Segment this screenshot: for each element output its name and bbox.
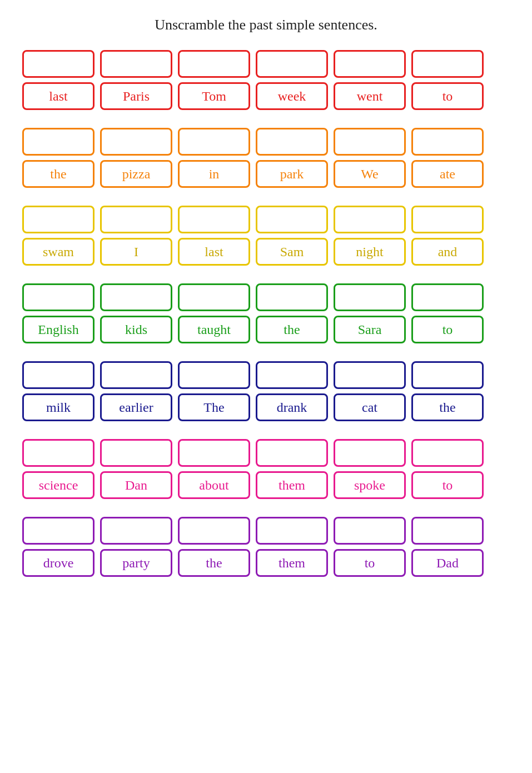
word-tile-7-2[interactable]: party: [100, 549, 172, 577]
page-title: Unscramble the past simple sentences.: [22, 17, 510, 33]
word-row-4: EnglishkidstaughttheSarato: [22, 316, 510, 343]
answer-row-2: [22, 128, 510, 156]
word-row-2: thepizzainparkWeate: [22, 160, 510, 188]
word-tile-7-1[interactable]: drove: [22, 549, 95, 577]
word-tile-3-6[interactable]: and: [411, 238, 484, 266]
word-tile-2-3[interactable]: in: [178, 160, 250, 188]
word-tile-4-6[interactable]: to: [411, 316, 484, 343]
word-tile-3-5[interactable]: night: [334, 238, 406, 266]
answer-box-4-6[interactable]: [411, 283, 484, 311]
answer-box-3-6[interactable]: [411, 206, 484, 233]
word-tile-3-4[interactable]: Sam: [256, 238, 328, 266]
word-tile-3-3[interactable]: last: [178, 238, 250, 266]
answer-box-7-2[interactable]: [100, 517, 172, 545]
word-tile-1-2[interactable]: Paris: [100, 82, 172, 110]
word-tile-2-6[interactable]: ate: [411, 160, 484, 188]
answer-box-3-5[interactable]: [334, 206, 406, 233]
answer-row-6: [22, 439, 510, 467]
sentence-group-7: drovepartythethemtoDad: [22, 517, 510, 577]
word-tile-6-2[interactable]: Dan: [100, 471, 172, 499]
answer-box-2-6[interactable]: [411, 128, 484, 156]
answer-box-5-4[interactable]: [256, 361, 328, 389]
sentence-group-2: thepizzainparkWeate: [22, 128, 510, 188]
answer-box-6-3[interactable]: [178, 439, 250, 467]
answer-row-1: [22, 50, 510, 78]
word-tile-1-5[interactable]: went: [334, 82, 406, 110]
word-row-3: swamIlastSamnightand: [22, 238, 510, 266]
answer-box-2-3[interactable]: [178, 128, 250, 156]
answer-box-2-1[interactable]: [22, 128, 95, 156]
answer-box-7-1[interactable]: [22, 517, 95, 545]
answer-box-4-3[interactable]: [178, 283, 250, 311]
answer-box-5-2[interactable]: [100, 361, 172, 389]
answer-box-2-2[interactable]: [100, 128, 172, 156]
word-tile-6-4[interactable]: them: [256, 471, 328, 499]
word-tile-5-3[interactable]: The: [178, 393, 250, 421]
sentence-group-5: milkearlierThedrankcatthe: [22, 361, 510, 421]
answer-box-2-5[interactable]: [334, 128, 406, 156]
word-tile-6-1[interactable]: science: [22, 471, 95, 499]
answer-box-1-3[interactable]: [178, 50, 250, 78]
answer-box-5-1[interactable]: [22, 361, 95, 389]
answer-box-3-4[interactable]: [256, 206, 328, 233]
word-tile-1-3[interactable]: Tom: [178, 82, 250, 110]
answer-box-5-3[interactable]: [178, 361, 250, 389]
answer-box-1-5[interactable]: [334, 50, 406, 78]
word-tile-2-2[interactable]: pizza: [100, 160, 172, 188]
answer-box-1-2[interactable]: [100, 50, 172, 78]
word-tile-4-5[interactable]: Sara: [334, 316, 406, 343]
sentence-group-4: EnglishkidstaughttheSarato: [22, 283, 510, 343]
word-tile-5-6[interactable]: the: [411, 393, 484, 421]
answer-box-5-5[interactable]: [334, 361, 406, 389]
word-tile-5-4[interactable]: drank: [256, 393, 328, 421]
answer-box-4-5[interactable]: [334, 283, 406, 311]
word-tile-1-1[interactable]: last: [22, 82, 95, 110]
answer-box-7-3[interactable]: [178, 517, 250, 545]
answer-row-3: [22, 206, 510, 233]
answer-box-6-6[interactable]: [411, 439, 484, 467]
word-tile-7-6[interactable]: Dad: [411, 549, 484, 577]
word-tile-4-3[interactable]: taught: [178, 316, 250, 343]
word-tile-4-2[interactable]: kids: [100, 316, 172, 343]
word-tile-1-6[interactable]: to: [411, 82, 484, 110]
answer-box-1-6[interactable]: [411, 50, 484, 78]
answer-box-5-6[interactable]: [411, 361, 484, 389]
word-tile-1-4[interactable]: week: [256, 82, 328, 110]
answer-box-3-2[interactable]: [100, 206, 172, 233]
answer-row-7: [22, 517, 510, 545]
word-tile-4-1[interactable]: English: [22, 316, 95, 343]
word-tile-2-4[interactable]: park: [256, 160, 328, 188]
answer-box-7-4[interactable]: [256, 517, 328, 545]
word-tile-5-1[interactable]: milk: [22, 393, 95, 421]
word-tile-6-3[interactable]: about: [178, 471, 250, 499]
answer-box-4-2[interactable]: [100, 283, 172, 311]
answer-box-7-5[interactable]: [334, 517, 406, 545]
answer-box-6-1[interactable]: [22, 439, 95, 467]
answer-box-1-4[interactable]: [256, 50, 328, 78]
sentence-group-1: lastParisTomweekwentto: [22, 50, 510, 110]
sentence-group-3: swamIlastSamnightand: [22, 206, 510, 266]
word-tile-7-5[interactable]: to: [334, 549, 406, 577]
word-tile-4-4[interactable]: the: [256, 316, 328, 343]
answer-box-3-1[interactable]: [22, 206, 95, 233]
answer-box-1-1[interactable]: [22, 50, 95, 78]
word-tile-7-4[interactable]: them: [256, 549, 328, 577]
answer-box-4-1[interactable]: [22, 283, 95, 311]
answer-box-6-2[interactable]: [100, 439, 172, 467]
word-tile-5-5[interactable]: cat: [334, 393, 406, 421]
answer-box-4-4[interactable]: [256, 283, 328, 311]
word-row-7: drovepartythethemtoDad: [22, 549, 510, 577]
word-tile-2-5[interactable]: We: [334, 160, 406, 188]
word-tile-3-1[interactable]: swam: [22, 238, 95, 266]
word-tile-3-2[interactable]: I: [100, 238, 172, 266]
answer-box-2-4[interactable]: [256, 128, 328, 156]
word-tile-2-1[interactable]: the: [22, 160, 95, 188]
word-tile-7-3[interactable]: the: [178, 549, 250, 577]
answer-box-7-6[interactable]: [411, 517, 484, 545]
word-tile-6-6[interactable]: to: [411, 471, 484, 499]
word-tile-5-2[interactable]: earlier: [100, 393, 172, 421]
answer-box-6-5[interactable]: [334, 439, 406, 467]
word-tile-6-5[interactable]: spoke: [334, 471, 406, 499]
answer-box-6-4[interactable]: [256, 439, 328, 467]
answer-box-3-3[interactable]: [178, 206, 250, 233]
